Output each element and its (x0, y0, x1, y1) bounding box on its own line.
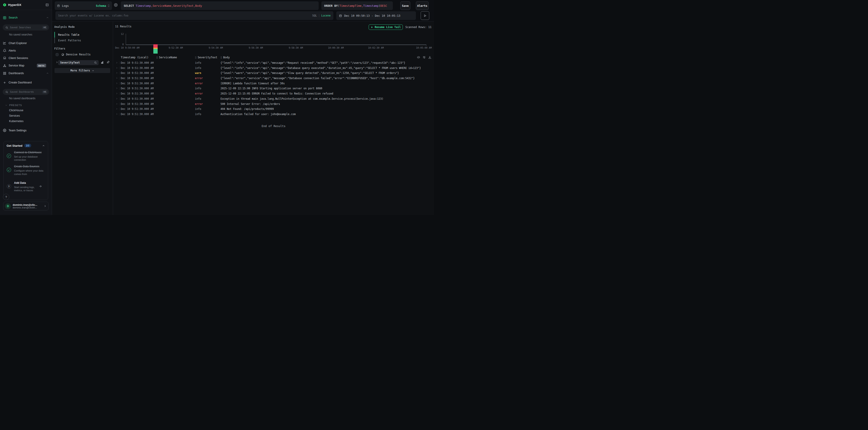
table-row[interactable]: Dec 10 9:51:30.000 AM error [ERROR] Lamb… (113, 81, 434, 86)
lucene-toggle[interactable]: Lucene (321, 14, 331, 17)
cell-body: {"level":"warn","service":"api","message… (220, 71, 432, 75)
table-row[interactable]: Dec 10 9:51:30.000 AM info {"level":"inf… (113, 66, 434, 71)
column-timestamp[interactable]: Timestamp (Local) (121, 56, 149, 59)
sidebar-item-search[interactable]: Search (0, 14, 52, 22)
run-search-button[interactable] (421, 11, 429, 20)
row-expand-icon[interactable] (116, 103, 118, 105)
table-row[interactable]: Dec 10 9:51:30.000 AM warn {"level":"war… (113, 70, 434, 76)
chevron-up-icon[interactable] (42, 144, 45, 147)
sidebar-item-team-settings[interactable]: Team Settings (0, 127, 52, 134)
get-started-step-add-data[interactable]: 3 Add Data Start sending logs, metrics, … (6, 180, 45, 192)
check-circle-icon (7, 154, 11, 158)
saved-searches-input[interactable]: ⌘K (3, 25, 49, 31)
sidebar-item-alerts[interactable]: Alerts (0, 47, 52, 54)
table-header: Timestamp (Local) ServiceName SeverityTe… (113, 55, 434, 60)
saved-dashboards-input[interactable]: ⌘K (3, 89, 49, 95)
sidebar-item-label: Alerts (9, 49, 16, 52)
presets-toggle[interactable]: PRESETS (0, 103, 52, 108)
date-range-picker[interactable]: Dec 10 09:50:13 - Dec 10 10:05:13 (336, 11, 416, 20)
beta-badge: BETA (37, 64, 46, 67)
row-expand-icon[interactable] (116, 77, 118, 79)
preset-kubernetes[interactable]: Kubernetes (0, 119, 52, 124)
row-expand-icon[interactable] (116, 108, 118, 110)
bar-chart-icon[interactable] (101, 61, 104, 64)
saved-searches-field[interactable] (10, 26, 42, 29)
row-expand-icon[interactable] (116, 67, 118, 69)
select-clause-input[interactable]: SELECT Timestamp,ServiceName,SeverityTex… (121, 1, 319, 10)
table-row[interactable]: Dec 10 9:51:30.000 AM info Exception in … (113, 96, 434, 101)
preset-services[interactable]: Services (0, 113, 52, 119)
table-row[interactable]: Dec 10 9:51:30.000 AM info Authenticatio… (113, 112, 434, 117)
chevron-down-icon (92, 69, 94, 72)
alerts-button[interactable]: Alerts (416, 1, 429, 10)
table-row[interactable]: Dec 10 9:51:30.000 AM info 404 Not Found… (113, 106, 434, 112)
pin-icon[interactable] (106, 61, 110, 64)
save-button[interactable]: Save (400, 1, 410, 10)
chevron-up-icon[interactable] (46, 72, 49, 75)
column-body[interactable]: Body (220, 56, 230, 59)
cell-severity: error (195, 82, 203, 85)
download-icon[interactable] (428, 56, 432, 59)
row-expand-icon[interactable] (116, 92, 118, 95)
more-filters-button[interactable]: More filters (55, 68, 110, 73)
row-expand-icon[interactable] (116, 72, 118, 74)
table-row[interactable]: Dec 10 9:51:30.000 AM error 500 Internal… (113, 101, 434, 107)
sidebar-item-client-sessions[interactable]: Client Sessions (0, 54, 52, 62)
get-started-step-sources[interactable]: Create Data Sources Configure where your… (6, 164, 45, 175)
x-tick-label: 9:54:30 AM (209, 46, 223, 49)
mode-event-patterns[interactable]: Event Patterns (54, 37, 108, 43)
resume-live-tail-button[interactable]: Resume Live Tail (369, 25, 403, 30)
event-search-field[interactable] (58, 14, 312, 17)
kbd-shortcut: ⌘K (42, 26, 47, 29)
check-circle-icon (7, 168, 11, 172)
chevron-down-icon (5, 104, 7, 106)
sidebar-item-label: Client Sessions (9, 57, 28, 60)
chevron-up-icon[interactable] (46, 16, 49, 19)
wrap-lines-icon[interactable] (423, 56, 426, 59)
help-button[interactable]: ? (3, 194, 9, 200)
no-saved-searches-note: No saved searches (0, 33, 52, 38)
table-row[interactable]: Dec 10 9:51:30.000 AM info 2025-12-09 22… (113, 86, 434, 91)
drag-handle-icon[interactable] (195, 56, 196, 59)
sidebar-item-chart-explorer[interactable]: Chart Explorer (0, 39, 52, 47)
drag-handle-icon[interactable] (156, 56, 158, 59)
table-row[interactable]: Dec 10 9:51:30.000 AM error {"level":"er… (113, 76, 434, 81)
sidebar-item-service-map[interactable]: Service Map BETA (0, 62, 52, 69)
row-expand-icon[interactable] (116, 82, 118, 85)
source-select[interactable]: Logs Schema (55, 1, 112, 10)
row-expand-icon[interactable] (116, 62, 118, 64)
cell-severity: info (195, 107, 201, 110)
cell-body: {"level":"info","service":"api","message… (220, 66, 432, 70)
sql-toggle[interactable]: SQL (312, 14, 317, 17)
cell-severity: info (195, 66, 201, 70)
event-search-input[interactable]: SQL|Lucene (55, 11, 333, 20)
user-profile[interactable]: D dominic.tran@clic... dominic.tran@clic… (3, 202, 49, 210)
search-icon[interactable] (94, 61, 97, 64)
column-severitytext[interactable]: SeverityText (195, 56, 217, 59)
preset-clickhouse[interactable]: ClickHouse (0, 108, 52, 113)
no-saved-dashboards-note: No saved dashboards (0, 97, 52, 101)
x-tick (296, 45, 296, 46)
severity-filter-group[interactable]: SeverityText (58, 60, 99, 65)
saved-dashboards-field[interactable] (10, 91, 42, 93)
chevron-right-icon[interactable] (56, 61, 58, 64)
create-dashboard-button[interactable]: Create Dashboard (0, 79, 52, 86)
column-servicename[interactable]: ServiceName (156, 56, 177, 59)
cell-timestamp: Dec 10 9:51:30.000 AM (121, 66, 154, 70)
order-by-input[interactable]: ORDER BY (TimestampTime, Timestamp) DESC (321, 1, 393, 10)
drag-handle-icon[interactable] (220, 56, 222, 59)
denoise-label[interactable]: Denoise Results (66, 53, 90, 56)
get-started-step-connect[interactable]: Connect to ClickHouse Set up your databa… (6, 150, 45, 161)
table-row[interactable]: Dec 10 9:51:30.000 AM error 2025-12-09 2… (113, 91, 434, 96)
row-expand-icon[interactable] (116, 97, 118, 100)
table-row[interactable]: Dec 10 9:51:30.000 AM info {"level":"inf… (113, 60, 434, 66)
row-expand-icon[interactable] (116, 113, 118, 115)
sidebar-item-dashboards[interactable]: Dashboards (0, 69, 52, 77)
source-settings-gear-icon[interactable] (114, 3, 118, 7)
bar-segment-info (153, 49, 158, 54)
row-expand-icon[interactable] (116, 87, 118, 90)
sidebar-collapse-icon[interactable] (45, 3, 49, 6)
mode-results-table[interactable]: Results Table (54, 32, 108, 37)
code-view-icon[interactable] (417, 56, 420, 59)
denoise-checkbox[interactable] (56, 53, 59, 56)
